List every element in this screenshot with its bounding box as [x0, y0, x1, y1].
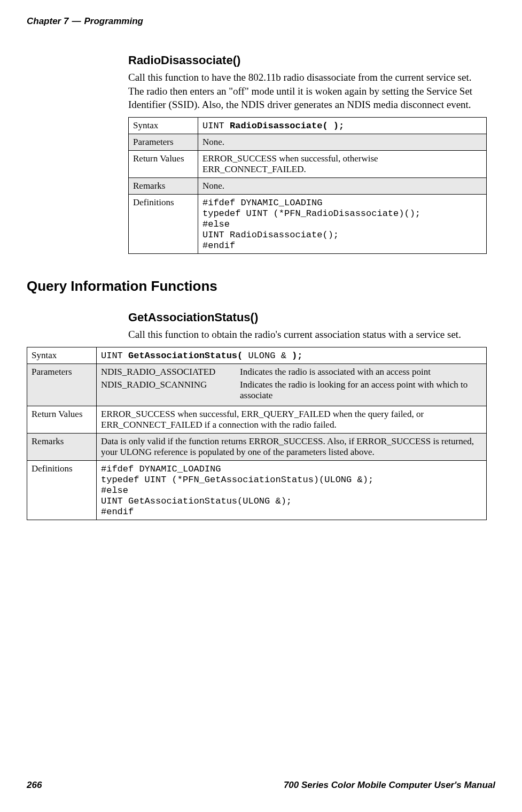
cell-value-parameters: NDIS_RADIO_ASSOCIATED Indicates the radi…	[97, 364, 487, 406]
section-getassociationstatus-intro: GetAssociationStatus() Call this functio…	[128, 311, 487, 342]
syntax-text-bold: RadioDisassociate( );	[230, 121, 344, 131]
footer-page-number: 266	[27, 780, 42, 791]
cell-value-remarks: Data is only valid if the function retur…	[97, 433, 487, 460]
table-getassociationstatus: Syntax UINT GetAssociationStatus( ULONG …	[27, 347, 487, 520]
cell-label-definitions: Definitions	[129, 194, 198, 253]
syntax-text-pre: UINT	[202, 121, 230, 131]
cell-value-syntax: UINT RadioDisassociate( );	[198, 117, 487, 134]
param-row-2: NDIS_RADIO_SCANNING Indicates the radio …	[101, 380, 482, 401]
cell-label-remarks: Remarks	[129, 177, 198, 194]
table-row-return: Return Values ERROR_SUCCESS when success…	[27, 406, 487, 433]
footer-manual-title: 700 Series Color Mobile Computer User's …	[284, 780, 495, 791]
cell-value-definitions: #ifdef DYNAMIC_LOADING typedef UINT (*PF…	[97, 460, 487, 520]
header-chapter: Chapter 7	[27, 16, 68, 27]
cell-label-parameters: Parameters	[27, 364, 97, 406]
section-radiodisassociate: RadioDisassociate() Call this function t…	[128, 53, 487, 254]
param-desc-2: Indicates the radio is looking for an ac…	[240, 380, 482, 401]
cell-value-parameters: None.	[198, 134, 487, 150]
cell-label-syntax: Syntax	[129, 117, 198, 134]
table-row-syntax: Syntax UINT GetAssociationStatus( ULONG …	[27, 347, 487, 364]
function-heading-radiodisassociate: RadioDisassociate()	[128, 53, 487, 67]
header-separator: —	[72, 16, 81, 27]
table-row-remarks: Remarks Data is only valid if the functi…	[27, 433, 487, 460]
cell-value-return: ERROR_SUCCESS when successful, ERR_QUERY…	[97, 406, 487, 433]
cell-label-remarks: Remarks	[27, 433, 97, 460]
heading-query-information: Query Information Functions	[27, 278, 495, 295]
table-row-syntax: Syntax UINT RadioDisassociate( );	[129, 117, 487, 134]
param-name-1: NDIS_RADIO_ASSOCIATED	[101, 367, 229, 377]
syntax-mid: ULONG &	[248, 351, 286, 361]
table-row-parameters: Parameters NDIS_RADIO_ASSOCIATED Indicat…	[27, 364, 487, 406]
cell-value-syntax: UINT GetAssociationStatus( ULONG & );	[97, 347, 487, 364]
table-radiodisassociate: Syntax UINT RadioDisassociate( ); Parame…	[128, 117, 487, 254]
table-row-return: Return Values ERROR_SUCCESS when success…	[129, 150, 487, 177]
syntax-bold2: );	[286, 351, 303, 361]
page-footer: 266 700 Series Color Mobile Computer Use…	[27, 780, 495, 791]
cell-value-return: ERROR_SUCCESS when successful, otherwise…	[198, 150, 487, 177]
cell-value-definitions: #ifdef DYNAMIC_LOADING typedef UINT (*PF…	[198, 194, 487, 253]
cell-label-definitions: Definitions	[27, 460, 97, 520]
cell-label-parameters: Parameters	[129, 134, 198, 150]
cell-label-return: Return Values	[129, 150, 198, 177]
param-row-1: NDIS_RADIO_ASSOCIATED Indicates the radi…	[101, 367, 482, 377]
syntax-bold1: GetAssociationStatus(	[128, 351, 248, 361]
cell-label-syntax: Syntax	[27, 347, 97, 364]
syntax-pre: UINT	[101, 351, 128, 361]
table-row-definitions: Definitions #ifdef DYNAMIC_LOADING typed…	[27, 460, 487, 520]
table-row-definitions: Definitions #ifdef DYNAMIC_LOADING typed…	[129, 194, 487, 253]
function-description: Call this function to obtain the radio's…	[128, 328, 487, 342]
function-description: Call this function to have the 802.11b r…	[128, 71, 487, 112]
definitions-code: #ifdef DYNAMIC_LOADING typedef UINT (*PF…	[101, 464, 373, 517]
param-name-2: NDIS_RADIO_SCANNING	[101, 380, 229, 401]
param-desc-1: Indicates the radio is associated with a…	[240, 367, 482, 377]
function-heading-getassociationstatus: GetAssociationStatus()	[128, 311, 487, 324]
page-header: Chapter 7 — Programming	[27, 16, 495, 27]
definitions-code: #ifdef DYNAMIC_LOADING typedef UINT (*PF…	[202, 198, 420, 251]
section-getassociationstatus-table: Syntax UINT GetAssociationStatus( ULONG …	[27, 347, 487, 520]
cell-value-remarks: None.	[198, 177, 487, 194]
header-title: Programming	[84, 16, 143, 27]
table-row-remarks: Remarks None.	[129, 177, 487, 194]
table-row-parameters: Parameters None.	[129, 134, 487, 150]
cell-label-return: Return Values	[27, 406, 97, 433]
